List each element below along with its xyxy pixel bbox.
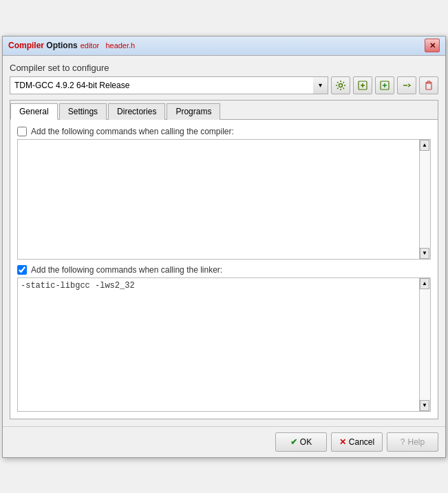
dialog-body: Compiler set to configure TDM-GCC 4.9.2 … bbox=[3, 56, 445, 426]
svg-point-0 bbox=[339, 83, 343, 87]
scroll-down-arrow[interactable]: ▼ bbox=[420, 248, 429, 259]
compiler-set-section: Compiler set to configure TDM-GCC 4.9.2 … bbox=[10, 63, 438, 94]
tab-settings[interactable]: Settings bbox=[59, 103, 107, 120]
scroll-up-arrow[interactable]: ▲ bbox=[420, 140, 429, 151]
tab-programs[interactable]: Programs bbox=[167, 103, 220, 120]
ok-check-icon: ✔ bbox=[290, 437, 297, 447]
compiler-checkbox-row: Add the following commands when calling … bbox=[17, 127, 431, 136]
compiler-textarea-wrapper: ▲ ▼ bbox=[17, 139, 431, 260]
tabs-section: General Settings Directories Programs Ad… bbox=[10, 100, 438, 419]
dialog-footer: ✔ OK ✕ Cancel ? Help bbox=[3, 426, 445, 457]
close-button[interactable]: ✕ bbox=[425, 39, 440, 52]
add-icon-2 bbox=[379, 80, 390, 91]
title-compiler-word: Compiler bbox=[8, 41, 44, 50]
linker-textarea-block: ▲ ▼ bbox=[17, 277, 431, 412]
help-label: Help bbox=[408, 437, 425, 447]
tab-general[interactable]: General bbox=[10, 103, 58, 120]
compiler-selected-value: TDM-GCC 4.9.2 64-bit Release bbox=[14, 81, 129, 90]
compiler-scrollbar: ▲ ▼ bbox=[419, 140, 430, 259]
linker-scrollbar: ▲ ▼ bbox=[419, 278, 430, 411]
title-extra: editor header.h bbox=[81, 41, 136, 50]
delete-icon bbox=[423, 80, 434, 91]
compiler-commands-block: Add the following commands when calling … bbox=[17, 127, 431, 260]
ok-label: OK bbox=[300, 437, 312, 447]
compiler-toolbar-btn-delete[interactable] bbox=[419, 76, 438, 94]
dialog-title: Compiler Options bbox=[8, 41, 78, 50]
title-extra1: editor bbox=[81, 41, 100, 50]
title-bar: Compiler Options editor header.h ✕ bbox=[3, 36, 445, 56]
cancel-label: Cancel bbox=[349, 437, 374, 447]
compiler-set-row: TDM-GCC 4.9.2 64-bit Release ▾ bbox=[10, 76, 438, 94]
scroll-track-top bbox=[420, 151, 430, 248]
cancel-x-icon: ✕ bbox=[339, 437, 346, 447]
tabs-row: General Settings Directories Programs bbox=[10, 101, 438, 120]
linker-commands-block: Add the following commands when calling … bbox=[17, 265, 431, 412]
title-rest: Options bbox=[44, 41, 78, 50]
settings-icon bbox=[335, 80, 346, 91]
compiler-toolbar-btn-rename[interactable] bbox=[397, 76, 416, 94]
linker-checkbox-row: Add the following commands when calling … bbox=[17, 265, 431, 275]
linker-scroll-up-arrow[interactable]: ▲ bbox=[420, 278, 429, 289]
linker-commands-textarea[interactable] bbox=[18, 278, 419, 411]
add-icon-1 bbox=[357, 80, 368, 91]
title-extra2: header.h bbox=[105, 41, 135, 50]
compiler-toolbar-btn-add1[interactable] bbox=[353, 76, 372, 94]
compiler-dropdown-wrapper: TDM-GCC 4.9.2 64-bit Release ▾ bbox=[10, 76, 328, 94]
compiler-toolbar-btn-settings[interactable] bbox=[331, 76, 350, 94]
ok-button[interactable]: ✔ OK bbox=[275, 432, 327, 452]
compiler-textarea-block: ▲ ▼ bbox=[17, 139, 431, 260]
title-bar-right: ✕ bbox=[425, 39, 440, 52]
help-button[interactable]: ? Help bbox=[387, 432, 438, 452]
cancel-button[interactable]: ✕ Cancel bbox=[331, 432, 383, 452]
linker-checkbox-label[interactable]: Add the following commands when calling … bbox=[31, 265, 222, 275]
compiler-set-label: Compiler set to configure bbox=[10, 63, 438, 73]
compiler-options-dialog: Compiler Options editor header.h ✕ Compi… bbox=[2, 36, 446, 458]
svg-rect-7 bbox=[426, 83, 431, 90]
compiler-dropdown[interactable]: TDM-GCC 4.9.2 64-bit Release bbox=[10, 76, 328, 94]
linker-scroll-down-arrow[interactable]: ▼ bbox=[420, 400, 429, 411]
tab-directories[interactable]: Directories bbox=[108, 103, 165, 120]
linker-textarea-wrapper: ▲ ▼ bbox=[17, 277, 431, 412]
linker-checkbox[interactable] bbox=[17, 265, 27, 275]
dropdown-arrow-icon[interactable]: ▾ bbox=[313, 76, 328, 94]
title-bar-left: Compiler Options editor header.h bbox=[8, 41, 135, 50]
help-question-icon: ? bbox=[401, 437, 405, 447]
linker-scroll-track bbox=[420, 289, 430, 400]
rename-icon bbox=[401, 80, 412, 91]
compiler-checkbox-label[interactable]: Add the following commands when calling … bbox=[31, 127, 234, 136]
compiler-checkbox[interactable] bbox=[17, 127, 27, 136]
tab-content-general: Add the following commands when calling … bbox=[10, 120, 438, 419]
compiler-toolbar-btn-add2[interactable] bbox=[375, 76, 394, 94]
compiler-commands-textarea[interactable] bbox=[18, 140, 419, 259]
